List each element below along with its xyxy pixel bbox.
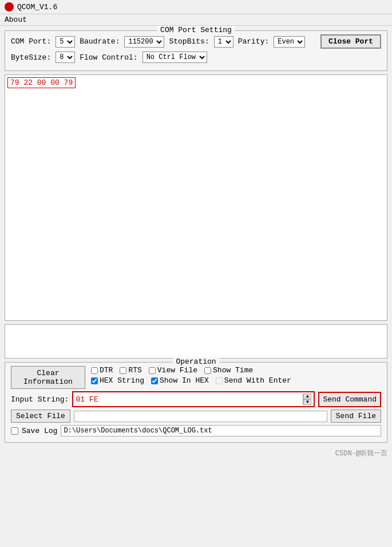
parity-label: Parity: [238,37,270,46]
input-string-wrapper: ▲ ▼ [72,391,315,407]
view-file-label: View File [157,366,197,375]
operation-legend: Operation [172,357,219,366]
show-in-hex-checkbox-item: Show In HEX [151,376,209,385]
hex-string-checkbox-item: HEX String [91,376,144,385]
save-log-checkbox[interactable] [11,427,18,435]
dtr-label: DTR [100,366,113,375]
com-port-select[interactable]: 5 [56,36,75,48]
rts-checkbox-item: RTS [120,366,141,375]
select-file-button[interactable]: Select File [11,410,70,423]
view-file-checkbox-item: View File [149,366,197,375]
select-file-row: Select File Send File [11,410,381,423]
flow-control-select[interactable]: No Ctrl Flow [142,52,207,63]
dtr-checkbox-item: DTR [91,366,113,375]
view-file-checkbox[interactable] [149,367,156,374]
send-with-enter-checkbox-item: Send With Enter [216,376,291,385]
send-file-button[interactable]: Send File [331,410,381,423]
com-port-legend: COM Port Setting [157,26,235,34]
com-row-2: ByteSize: 8 Flow Control: No Ctrl Flow [11,52,381,63]
stopbits-select[interactable]: 1 [214,36,233,48]
spin-up-button[interactable]: ▲ [303,393,311,399]
file-path-input[interactable] [74,411,327,422]
save-log-label: Save Log [22,427,57,435]
clear-info-button[interactable]: Clear Information [11,366,85,389]
spin-down-button[interactable]: ▼ [303,399,311,405]
show-in-hex-checkbox[interactable] [151,377,158,384]
operation-box: Operation Clear Information DTR RTS [5,362,387,443]
operation-row-1: Clear Information DTR RTS View File [11,366,381,389]
receive-display-area: 79 22 00 00 79 [5,74,387,321]
com-row-1: COM Port: 5 Baudrate: 115200 StopBits: 1… [11,34,381,49]
menu-bar: About [0,14,392,26]
show-time-label: Show Time [213,366,253,375]
close-port-button[interactable]: Close Port [320,34,381,49]
bytesize-label: ByteSize: [11,53,51,62]
checkboxes-area: DTR RTS View File Show Time [91,366,291,385]
lower-receive-area [5,324,387,359]
bytesize-select[interactable]: 8 [56,52,75,63]
stopbits-label: StopBits: [169,37,209,46]
rts-label: RTS [128,366,141,375]
title-bar: QCOM_V1.6 [0,0,392,14]
input-string-row: Input String: ▲ ▼ Send Command [11,391,381,407]
main-content: COM Port Setting COM Port: 5 Baudrate: 1… [0,26,392,447]
baudrate-label: Baudrate: [80,37,120,46]
rts-checkbox[interactable] [120,367,126,374]
checkbox-row-2: HEX String Show In HEX Send With Enter [91,376,291,385]
flow-control-label: Flow Control: [80,53,137,62]
input-string-label: Input String: [11,395,69,404]
save-log-row: Save Log [11,425,381,436]
watermark-text: CSDN-@听我一言 [335,450,387,458]
baudrate-select[interactable]: 115200 [124,36,164,48]
input-string-field[interactable] [76,395,302,404]
app-title: QCOM_V1.6 [17,3,57,11]
send-with-enter-checkbox[interactable] [216,377,223,384]
hex-string-label: HEX String [100,376,144,385]
com-port-label: COM Port: [11,37,51,46]
log-path-input[interactable] [61,425,381,436]
show-in-hex-label: Show In HEX [160,376,209,385]
menu-about[interactable]: About [5,15,27,24]
hex-string-checkbox[interactable] [91,377,98,384]
dtr-checkbox[interactable] [91,367,98,374]
com-port-setting-box: COM Port Setting COM Port: 5 Baudrate: 1… [5,30,387,71]
show-time-checkbox-item: Show Time [204,366,253,375]
spin-buttons: ▲ ▼ [303,393,311,405]
receive-content-text: 79 22 00 00 79 [7,77,76,88]
app-icon [5,2,14,11]
parity-select[interactable]: Even [274,36,305,48]
send-command-button[interactable]: Send Command [318,392,381,407]
send-with-enter-label: Send With Enter [224,376,291,385]
show-time-checkbox[interactable] [204,367,211,374]
watermark: CSDN-@听我一言 [0,447,392,459]
checkbox-row-1: DTR RTS View File Show Time [91,366,291,375]
